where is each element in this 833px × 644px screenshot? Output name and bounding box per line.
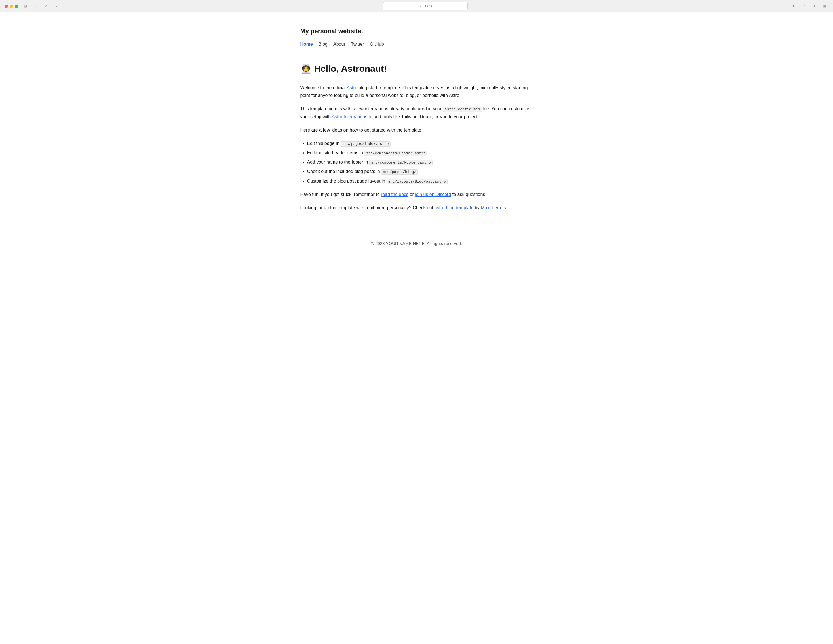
sidebar-toggle-icon[interactable]: ⊡ (22, 2, 29, 10)
list-item-text-5: Customize the blog post page layout in (307, 179, 387, 183)
new-tab-icon[interactable]: + (810, 2, 818, 10)
back-button[interactable]: ‹ (42, 2, 50, 10)
page-footer: © 2023 YOUR NAME HERE. All rights reserv… (300, 240, 533, 247)
close-button[interactable] (5, 5, 8, 8)
blog-template-middle: by (474, 205, 481, 210)
blog-template-before: Looking for a blog template with a bit m… (300, 205, 434, 210)
traffic-lights (5, 5, 18, 8)
nav-home[interactable]: Home (300, 40, 313, 48)
list-item-code-2: src/components/Header.astro (364, 151, 428, 156)
minimize-button[interactable] (10, 5, 13, 8)
config-paragraph: This template comes with a few integrati… (300, 105, 533, 120)
nav-about[interactable]: About (333, 40, 345, 48)
nav-twitter[interactable]: Twitter (351, 40, 364, 48)
share-icon[interactable]: ↑ (800, 2, 808, 10)
astro-blog-link[interactable]: astro-blog-template (434, 205, 474, 210)
address-bar[interactable]: localhost (383, 2, 468, 11)
integrations-link[interactable]: Astro Integrations (332, 114, 367, 119)
fun-before: Have fun! If you get stuck, remember to (300, 192, 381, 197)
blog-template-paragraph: Looking for a blog template with a bit m… (300, 204, 533, 212)
config-code: astro.config.mjs (443, 107, 482, 112)
list-item-text-3: Add your name to the footer in (307, 160, 370, 164)
fun-after: to ask questions. (451, 192, 486, 197)
page-wrapper: My personal website. Home Blog About Twi… (289, 13, 544, 264)
intro-paragraph: Welcome to the official Astro blog start… (300, 84, 533, 99)
list-item: Edit this page in src/pages/index.astro (307, 140, 533, 147)
list-item: Edit the site header items in src/compon… (307, 149, 533, 157)
blog-template-after: . (508, 205, 509, 210)
tabs-icon[interactable]: ⊞ (820, 2, 828, 10)
browser-chrome: ⊡ ⌄ ‹ › localhost ⬇ ↑ + ⊞ (0, 0, 833, 13)
list-item-text-1: Edit this page in (307, 141, 341, 146)
read-docs-link[interactable]: read the docs (381, 192, 408, 197)
main-nav: Home Blog About Twitter GitHub (300, 40, 533, 48)
list-item: Check out the included blog posts in src… (307, 168, 533, 175)
list-item: Add your name to the footer in src/compo… (307, 158, 533, 166)
intro-before-link: Welcome to the official (300, 85, 347, 90)
maximize-button[interactable] (15, 5, 18, 8)
forward-button[interactable]: › (52, 2, 60, 10)
nav-blog[interactable]: Blog (318, 40, 328, 48)
astro-link[interactable]: Astro (347, 85, 357, 90)
nav-github[interactable]: GitHub (370, 40, 384, 48)
copyright-text: © 2023 YOUR NAME HERE. All rights reserv… (371, 241, 462, 246)
config-before: This template comes with a few integrati… (300, 106, 443, 111)
list-item-text-2: Edit the site header items in (307, 150, 365, 155)
maxi-link[interactable]: Maxi Ferreira (481, 205, 507, 210)
ideas-intro: Here are a few ideas on how to get start… (300, 126, 533, 134)
list-item-code-4: src/pages/blog/ (381, 169, 418, 175)
address-bar-container: localhost (64, 2, 786, 11)
fun-middle: or (408, 192, 415, 197)
tab-overview-icon[interactable]: ⌄ (32, 2, 40, 10)
hero-heading: 🧑‍🚀 Hello, Astronaut! (300, 61, 533, 76)
site-title: My personal website. (300, 26, 533, 36)
config-after: to add tools like Tailwind, React, or Vu… (367, 114, 479, 119)
content-body: Welcome to the official Astro blog start… (300, 84, 533, 212)
list-item-code-3: src/components/Footer.astro (369, 160, 433, 165)
discord-link[interactable]: join us on Discord (415, 192, 451, 197)
list-item-code-1: src/pages/index.astro (341, 141, 391, 147)
fun-paragraph: Have fun! If you get stuck, remember to … (300, 191, 533, 198)
list-item-text-4: Check out the included blog posts in (307, 169, 381, 174)
download-icon[interactable]: ⬇ (790, 2, 798, 10)
browser-controls: ⊡ ⌄ ‹ › (22, 2, 60, 10)
list-item: Customize the blog post page layout in s… (307, 177, 533, 185)
browser-actions: ⬇ ↑ + ⊞ (790, 2, 828, 10)
list-item-code-5: src/layouts/BlogPost.astro (387, 179, 447, 184)
ideas-list: Edit this page in src/pages/index.astro … (300, 140, 533, 185)
